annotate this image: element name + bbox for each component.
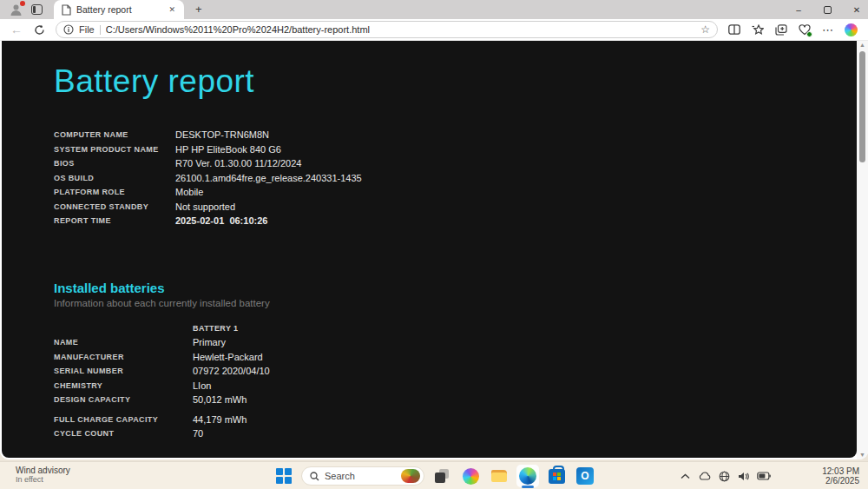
outlook-button[interactable]: O <box>574 465 596 487</box>
taskbar: Wind advisory In effect Search <box>0 461 868 489</box>
battery-report-document: Battery report COMPUTER NAMEDESKTOP-TRN6… <box>2 41 857 458</box>
minimize-button[interactable]: – <box>792 5 805 15</box>
row-value: 70 <box>193 426 203 441</box>
browser-essentials-icon[interactable] <box>798 23 812 36</box>
page-icon <box>62 4 71 16</box>
row-label: COMPUTER NAME <box>54 128 175 142</box>
desktop: Battery report ✕ + – ✕ ← <box>0 0 868 489</box>
row-label: PLATFORM ROLE <box>54 185 175 200</box>
scroll-down-icon[interactable]: ▼ <box>859 451 865 459</box>
volume-icon[interactable] <box>738 472 749 481</box>
address-bar[interactable]: File C:/Users/Windows%2011%20Pro%2024H2/… <box>56 21 718 38</box>
browser-window: Battery report ✕ + – ✕ ← <box>0 0 868 459</box>
favorite-star-icon[interactable]: ☆ <box>700 23 710 36</box>
row-value: 2025-02-01 06:10:26 <box>175 214 267 228</box>
table-row: COMPUTER NAMEDESKTOP-TRN6M8N <box>54 128 857 142</box>
taskbar-clock[interactable]: 12:03 PM 2/6/2025 <box>822 466 859 486</box>
tab-close-icon[interactable]: ✕ <box>165 3 179 16</box>
window-controls: – ✕ <box>792 0 863 19</box>
page-title: Battery report <box>54 63 857 100</box>
hidden-icons-chevron[interactable] <box>681 473 690 479</box>
table-row: FULL CHARGE CAPACITY44,179 mWh <box>54 413 857 427</box>
row-label: CONNECTED STANDBY <box>54 200 175 215</box>
close-button[interactable]: ✕ <box>851 5 863 15</box>
copilot-icon <box>463 468 479 485</box>
row-label: NAME <box>54 335 193 350</box>
essentials-status-dot <box>806 31 812 37</box>
task-view-button[interactable] <box>431 465 453 487</box>
maximize-button[interactable] <box>824 6 832 14</box>
table-row: REPORT TIME2025-02-01 06:10:26 <box>54 214 857 228</box>
taskbar-center: Search <box>273 462 596 489</box>
address-url[interactable]: C:/Users/Windows%2011%20Pro%2024H2/batte… <box>106 24 696 35</box>
active-app-indicator <box>522 486 534 488</box>
info-icon[interactable] <box>63 24 74 35</box>
installed-batteries-section: Installed batteries Information about ea… <box>54 281 857 441</box>
tab-actions-icon[interactable] <box>31 4 43 15</box>
page-content-area: Battery report COMPUTER NAMEDESKTOP-TRN6… <box>0 41 868 459</box>
profile-avatar[interactable] <box>9 3 23 17</box>
browser-tab[interactable]: Battery report ✕ <box>54 0 184 19</box>
settings-ellipsis-icon[interactable]: ⋯ <box>821 23 835 36</box>
back-icon[interactable]: ← <box>10 23 23 36</box>
row-value: Hewlett-Packard <box>193 350 263 365</box>
battery-column-header: BATTERY 1 <box>193 321 238 336</box>
row-value: HP HP EliteBook 840 G6 <box>175 142 281 157</box>
battery-icon[interactable] <box>757 472 771 480</box>
weather-headline: Wind advisory <box>16 466 70 475</box>
table-row: CHEMISTRYLIon <box>54 379 857 393</box>
tab-title: Battery report <box>76 4 165 15</box>
row-label: OS BUILD <box>54 171 175 186</box>
refresh-icon[interactable] <box>32 23 46 36</box>
network-icon[interactable] <box>719 471 730 482</box>
clock-date: 2/6/2025 <box>822 476 859 486</box>
row-value: 44,179 mWh <box>193 413 247 427</box>
address-divider <box>100 25 101 35</box>
start-button[interactable] <box>273 465 295 487</box>
row-value: Not supported <box>175 200 235 215</box>
onedrive-cloud-icon[interactable] <box>698 472 711 480</box>
file-explorer-button[interactable] <box>488 465 510 487</box>
row-label: REPORT TIME <box>54 214 175 228</box>
battery-info-table: NAMEPrimaryMANUFACTURERHewlett-PackardSE… <box>54 335 857 441</box>
row-label: FULL CHARGE CAPACITY <box>54 413 193 427</box>
weather-widget[interactable]: Wind advisory In effect <box>16 466 70 484</box>
favorites-icon[interactable] <box>751 23 765 36</box>
browser-toolbar: ← File C:/Users/Windows%2011%20Pro%2024H… <box>0 19 868 41</box>
row-value: Primary <box>193 335 226 350</box>
scroll-up-icon[interactable]: ▲ <box>859 41 865 50</box>
address-scheme-label: File <box>79 24 95 35</box>
row-label: CYCLE COUNT <box>54 426 193 441</box>
edge-icon <box>519 467 536 485</box>
new-tab-button[interactable]: + <box>191 3 207 16</box>
section-subtitle: Information about each currently install… <box>54 298 857 308</box>
search-label: Search <box>325 471 396 481</box>
taskbar-search[interactable]: Search <box>301 466 424 486</box>
table-row: SYSTEM PRODUCT NAMEHP HP EliteBook 840 G… <box>54 142 857 157</box>
copilot-icon[interactable] <box>845 23 858 36</box>
edge-button[interactable] <box>516 465 539 487</box>
row-value: 26100.1.amd64fre.ge_release.240331-1435 <box>175 171 362 186</box>
table-row: CONNECTED STANDBYNot supported <box>54 200 857 215</box>
search-daily-image[interactable] <box>401 469 420 483</box>
row-value: R70 Ver. 01.30.00 11/12/2024 <box>175 156 301 171</box>
row-value: 07972 2020/04/10 <box>193 364 270 379</box>
table-row: CYCLE COUNT70 <box>54 426 857 441</box>
copilot-taskbar-button[interactable] <box>459 465 482 487</box>
row-label: MANUFACTURER <box>54 350 193 365</box>
windows-logo-icon <box>276 468 292 484</box>
scrollbar-thumb[interactable] <box>859 51 865 162</box>
table-row: OS BUILD26100.1.amd64fre.ge_release.2403… <box>54 171 857 186</box>
collections-icon[interactable] <box>774 23 788 36</box>
split-screen-icon[interactable] <box>727 23 741 36</box>
microsoft-store-button[interactable] <box>545 465 568 487</box>
table-row: BIOSR70 Ver. 01.30.00 11/12/2024 <box>54 156 857 171</box>
row-value: DESKTOP-TRN6M8N <box>175 128 269 142</box>
scrollbar[interactable]: ▲ ▼ <box>857 41 868 459</box>
battery-column-header-row: BATTERY 1 <box>54 321 857 336</box>
table-row: SERIAL NUMBER07972 2020/04/10 <box>54 364 857 379</box>
row-label: BIOS <box>54 156 175 171</box>
notification-dot <box>20 1 25 6</box>
row-label: SERIAL NUMBER <box>54 364 193 379</box>
row-value: LIon <box>193 379 211 393</box>
